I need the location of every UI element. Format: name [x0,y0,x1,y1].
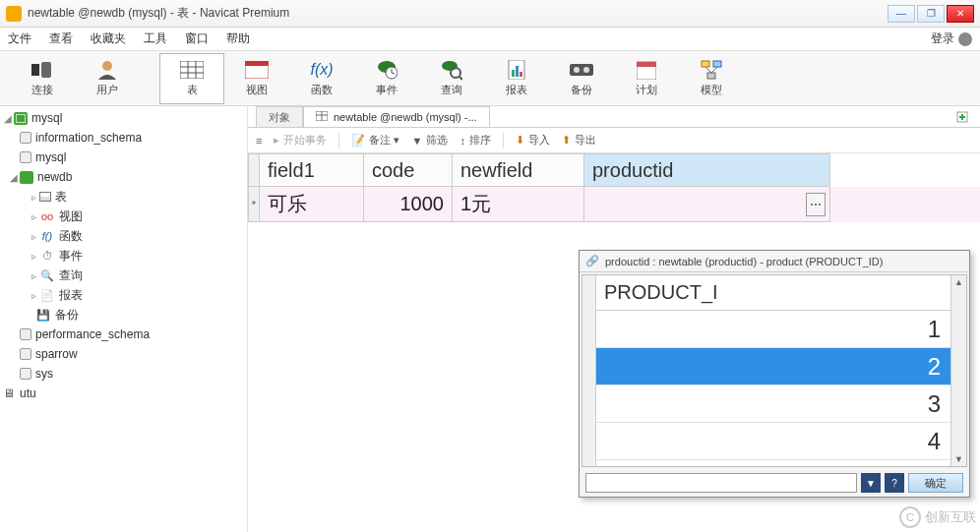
tree-item[interactable]: sparrow [35,347,78,361]
svg-rect-25 [637,62,656,67]
fk-row[interactable]: 3 [596,385,950,423]
svg-rect-18 [512,70,515,77]
tool-model[interactable]: 模型 [679,53,744,104]
tree-views[interactable]: 视图 [59,208,83,225]
tree-item[interactable]: mysql [35,150,66,164]
tool-schedule[interactable]: 计划 [614,53,679,104]
funnel-icon: ▼ [411,135,422,147]
tree-item[interactable]: information_schema [35,131,142,145]
maximize-button[interactable]: ❐ [917,5,945,23]
menu-favorites[interactable]: 收藏夹 [91,30,126,47]
tool-view[interactable]: 视图 [224,53,289,104]
svg-line-16 [459,77,462,80]
menu-bar: 文件 查看 收藏夹 工具 窗口 帮助 登录 [0,28,980,51]
tree-backups[interactable]: 备份 [55,307,79,324]
fk-row[interactable]: 1 [596,311,950,348]
menu-button[interactable]: ≡ [256,135,262,147]
user-avatar-icon[interactable] [958,32,972,46]
tree-events[interactable]: 事件 [59,248,83,265]
fk-lookup-popup: 🔗 prdouctid : newtable (productid) - pro… [579,250,970,498]
menu-window[interactable]: 窗口 [185,30,209,47]
fk-find-button[interactable]: ? [885,473,904,493]
tool-connect[interactable]: 连接 [10,53,75,104]
svg-point-2 [102,61,112,71]
clock-icon [373,59,400,81]
cell-field1[interactable]: 可乐 [260,187,364,222]
plus-icon [955,110,969,124]
add-tab-button[interactable] [952,107,972,127]
fk-gutter [582,275,596,466]
col-newfield[interactable]: newfield [453,153,584,187]
export-icon: ⬆ [562,134,571,147]
fk-popup-title: 🔗 prdouctid : newtable (productid) - pro… [580,251,969,272]
tool-table[interactable]: 表 [159,53,224,104]
minimize-button[interactable]: — [888,5,915,23]
tool-backup[interactable]: 备份 [549,53,614,104]
fk-filter-button[interactable]: ▼ [861,473,881,493]
tree-functions[interactable]: 函数 [59,228,83,245]
tree-queries[interactable]: 查询 [59,267,83,284]
cell-code[interactable]: 1000 [364,187,453,222]
svg-rect-3 [180,61,204,79]
plug-icon [29,59,56,81]
svg-point-15 [451,68,460,78]
fk-row-selected[interactable]: 2 [596,348,950,385]
col-productid[interactable]: productid [584,153,830,187]
table-row[interactable]: * 可乐 1000 1元 ⋯ [248,187,980,222]
tree-tables[interactable]: 表 [55,189,67,206]
col-field1[interactable]: field1 [260,153,364,187]
main-toolbar: 连接 用户 表 视图 f(x)函数 事件 查询 报表 备份 计划 模型 [0,51,980,106]
tool-function[interactable]: f(x)函数 [289,53,354,104]
tab-objects[interactable]: 对象 [256,106,303,127]
menu-view[interactable]: 查看 [49,30,73,47]
tree-item[interactable]: sys [35,367,53,381]
tool-query[interactable]: 查询 [419,53,484,104]
sort-button[interactable]: ↕排序 [459,133,491,148]
scroll-up-icon[interactable]: ▲ [954,277,963,287]
col-code[interactable]: code [364,153,453,187]
view-icon: oo [39,209,55,223]
fk-picker-button[interactable]: ⋯ [806,193,826,216]
report-icon [503,59,530,81]
schema-icon [20,132,31,144]
cell-newfield[interactable]: 1元 [453,187,584,222]
import-button[interactable]: ⬇导入 [516,133,550,148]
tree-item-newdb[interactable]: newdb [37,170,72,184]
tool-event[interactable]: 事件 [354,53,419,104]
table-icon [178,59,206,81]
connection-tree[interactable]: ◢mysql information_schema mysql ◢newdb ▹… [0,106,248,532]
play-icon: ▸ [274,134,279,147]
tree-root[interactable]: mysql [31,111,62,125]
tree-item[interactable]: performance_schema [35,327,150,341]
tab-strip: 对象 newtable @newdb (mysql) -... [248,106,980,128]
database-icon [14,112,28,125]
export-button[interactable]: ⬆导出 [562,133,596,148]
svg-rect-26 [702,61,709,67]
tree-reports[interactable]: 报表 [59,287,83,304]
fk-table[interactable]: PRODUCT_I 1 2 3 4 [596,275,950,466]
scroll-down-icon[interactable]: ▼ [954,454,963,464]
menu-file[interactable]: 文件 [8,30,31,47]
sub-toolbar: ≡ ▸开始事务 📝备注 ▾ ▼筛选 ↕排序 ⬇导入 ⬆导出 [248,128,980,153]
fk-search-input[interactable] [585,473,857,493]
login-link[interactable]: 登录 [931,30,954,47]
tool-report[interactable]: 报表 [484,53,549,104]
svg-rect-20 [520,72,522,77]
fk-row[interactable]: 4 [596,423,950,460]
tool-user[interactable]: 用户 [75,53,140,104]
fk-scrollbar[interactable]: ▲▼ [950,275,966,466]
cell-productid[interactable]: ⋯ [584,187,830,222]
fk-ok-button[interactable]: 确定 [908,473,963,493]
fx-icon: f() [39,229,55,243]
close-button[interactable]: ✕ [947,5,974,23]
begin-transaction-button[interactable]: ▸开始事务 [274,133,327,148]
note-button[interactable]: 📝备注 ▾ [351,133,399,148]
filter-button[interactable]: ▼筛选 [411,133,448,148]
menu-tools[interactable]: 工具 [144,30,167,47]
schema-icon [20,348,31,360]
tree-connection[interactable]: utu [20,386,36,400]
svg-rect-28 [707,73,715,79]
tab-newtable[interactable]: newtable @newdb (mysql) -... [303,106,490,127]
menu-help[interactable]: 帮助 [226,30,250,47]
fk-column-header[interactable]: PRODUCT_I [596,275,950,311]
